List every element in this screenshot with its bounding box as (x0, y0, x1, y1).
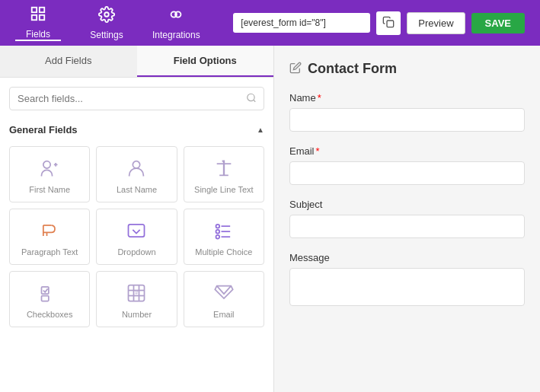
svg-rect-27 (42, 296, 49, 301)
number-icon: # (126, 282, 147, 304)
save-button[interactable]: SAVE (471, 13, 525, 33)
form-field-subject-label: Subject (289, 199, 525, 210)
field-paragraph-label: Paragraph Text (21, 247, 78, 257)
svg-point-10 (43, 161, 50, 168)
single-line-icon (213, 158, 235, 179)
preview-button[interactable]: Preview (407, 12, 465, 34)
field-number[interactable]: # Number (96, 271, 177, 327)
first-name-icon (39, 158, 60, 179)
chevron-up-icon: ▲ (257, 126, 264, 134)
form-textarea-message[interactable] (289, 268, 525, 306)
search-icon (246, 92, 257, 105)
svg-rect-1 (40, 7, 44, 11)
form-input-email[interactable] (289, 161, 525, 185)
svg-line-9 (254, 100, 256, 102)
right-panel: Contact Form Name* Email* Subject Messag… (274, 46, 540, 392)
form-field-subject: Subject (289, 199, 525, 238)
required-star-name: * (318, 92, 321, 104)
field-email-label: Email (213, 310, 235, 319)
multiple-choice-icon (213, 220, 235, 241)
form-field-name: Name* (289, 92, 525, 132)
integrations-icon (168, 6, 184, 27)
field-last-name-label: Last Name (117, 185, 157, 194)
shortcode-bar: Preview SAVE (233, 11, 525, 35)
checkboxes-icon (39, 282, 60, 304)
form-input-name[interactable] (289, 108, 525, 132)
fields-grid: First Name Last Name Single Line Text (0, 140, 273, 333)
form-field-email: Email* (289, 145, 525, 185)
nav-fields[interactable]: Fields (15, 5, 61, 41)
form-field-message: Message (289, 252, 525, 309)
form-field-message-label: Message (289, 252, 525, 263)
last-name-icon (126, 158, 147, 179)
required-star-email: * (316, 145, 320, 157)
svg-rect-2 (32, 14, 37, 19)
svg-rect-3 (40, 14, 44, 19)
dropdown-icon (126, 220, 147, 241)
main-content: Add Fields Field Options General Fields … (0, 46, 540, 392)
field-dropdown[interactable]: Dropdown (96, 209, 177, 265)
settings-icon (98, 6, 115, 27)
email-field-icon (213, 282, 235, 304)
section-label: General Fields (9, 124, 78, 135)
field-dropdown-label: Dropdown (117, 247, 155, 257)
tab-bar: Add Fields Field Options (0, 46, 273, 78)
fields-icon (30, 5, 46, 26)
svg-point-4 (104, 12, 109, 17)
nav-settings-label: Settings (90, 30, 123, 40)
tab-field-options[interactable]: Field Options (137, 46, 274, 77)
search-container (0, 78, 273, 120)
svg-point-8 (248, 94, 254, 100)
nav-settings[interactable]: Settings (84, 6, 129, 40)
field-checkboxes[interactable]: Checkboxes (9, 271, 90, 327)
form-title: Contact Form (308, 61, 397, 77)
svg-text:#: # (136, 290, 139, 295)
field-first-name[interactable]: First Name (9, 146, 90, 202)
form-field-email-label: Email* (289, 145, 525, 157)
svg-point-20 (216, 225, 219, 228)
svg-rect-19 (129, 225, 145, 237)
field-first-name-label: First Name (29, 185, 70, 194)
tab-add-fields[interactable]: Add Fields (0, 46, 137, 77)
form-input-subject[interactable] (289, 215, 525, 238)
field-checkboxes-label: Checkboxes (27, 310, 73, 319)
field-paragraph[interactable]: Paragraph Text (9, 209, 90, 265)
svg-point-13 (133, 161, 140, 168)
nav-fields-label: Fields (26, 29, 50, 40)
copy-shortcode-button[interactable] (376, 11, 401, 35)
nav-integrations[interactable]: Integrations (152, 6, 200, 40)
field-number-label: Number (122, 310, 152, 319)
shortcode-input[interactable] (233, 13, 370, 33)
pencil-icon (289, 62, 302, 77)
field-single-line[interactable]: Single Line Text (184, 146, 264, 202)
nav-integrations-label: Integrations (152, 30, 200, 40)
svg-rect-7 (387, 21, 394, 27)
section-general-fields: General Fields ▲ (0, 120, 273, 140)
form-field-name-label: Name* (289, 92, 525, 104)
search-input[interactable] (9, 87, 264, 110)
paragraph-icon (39, 220, 60, 241)
app-header: Fields Settings Integrations Preview SAV… (0, 0, 540, 46)
field-last-name[interactable]: Last Name (96, 146, 177, 202)
svg-point-22 (216, 230, 219, 234)
field-multiple-choice[interactable]: Multiple Choice (184, 209, 264, 265)
field-single-line-label: Single Line Text (194, 185, 253, 194)
field-email[interactable]: Email (184, 271, 264, 327)
svg-point-24 (216, 235, 219, 239)
field-multiple-choice-label: Multiple Choice (195, 247, 252, 257)
svg-rect-0 (32, 7, 37, 11)
form-title-row: Contact Form (289, 61, 525, 77)
left-panel: Add Fields Field Options General Fields … (0, 46, 274, 392)
